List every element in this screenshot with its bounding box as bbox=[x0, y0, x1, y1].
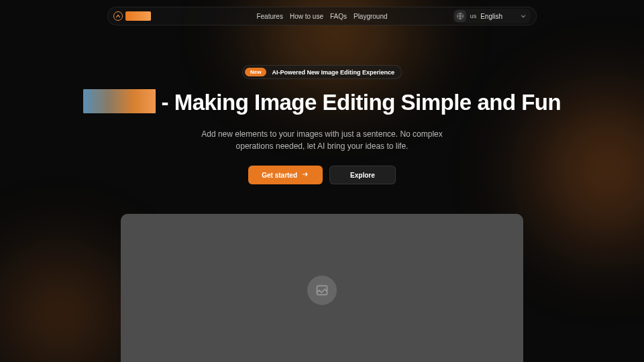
badge-text: AI-Powered New Image Editing Experience bbox=[272, 69, 394, 76]
language-label: English bbox=[480, 13, 502, 20]
logo[interactable] bbox=[113, 11, 151, 21]
brand-gradient bbox=[83, 89, 156, 113]
hero-section: New AI-Powered New Image Editing Experie… bbox=[0, 64, 644, 184]
subheadline: Add new elements to your images with jus… bbox=[195, 128, 449, 152]
language-code: us bbox=[470, 13, 477, 19]
explore-label: Explore bbox=[350, 172, 375, 179]
nav-link-features[interactable]: Features bbox=[256, 13, 282, 20]
language-selector[interactable]: us English bbox=[453, 9, 531, 23]
page-title: - Making Image Editing Simple and Fun bbox=[0, 91, 644, 116]
navbar: Features How to use FAQs Playground us E… bbox=[107, 7, 537, 25]
chevron-down-icon bbox=[520, 10, 527, 22]
nav-links: Features How to use FAQs Playground bbox=[256, 13, 387, 20]
image-placeholder-icon bbox=[307, 276, 337, 305]
cta-row: Get started Explore bbox=[0, 166, 644, 184]
headline-text: - Making Image Editing Simple and Fun bbox=[156, 90, 561, 115]
nav-link-how-to-use[interactable]: How to use bbox=[290, 13, 323, 20]
get-started-button[interactable]: Get started bbox=[248, 166, 323, 184]
globe-icon bbox=[454, 10, 466, 22]
logo-icon bbox=[113, 11, 123, 21]
arrow-right-icon bbox=[301, 170, 309, 180]
nav-link-playground[interactable]: Playground bbox=[354, 13, 388, 20]
get-started-label: Get started bbox=[262, 172, 297, 179]
nav-link-faqs[interactable]: FAQs bbox=[330, 13, 347, 20]
announcement-badge[interactable]: New AI-Powered New Image Editing Experie… bbox=[242, 65, 402, 79]
explore-button[interactable]: Explore bbox=[329, 166, 396, 184]
preview-image-area bbox=[121, 214, 523, 362]
logo-wordmark bbox=[125, 11, 151, 21]
badge-pill: New bbox=[245, 68, 266, 76]
